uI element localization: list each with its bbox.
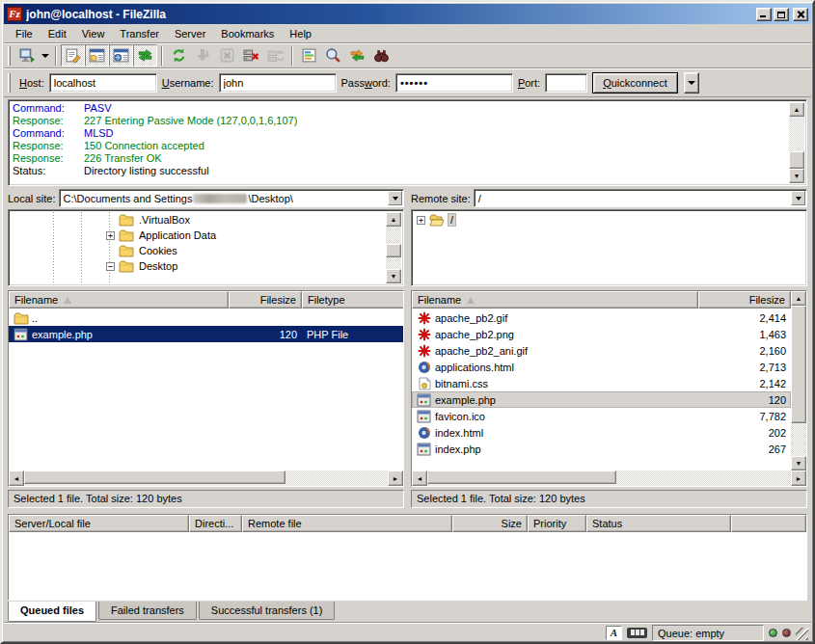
maximize-button[interactable] (774, 8, 789, 21)
tree-expander[interactable]: − (105, 262, 116, 271)
file-row[interactable]: favicon.ico7,782 (412, 408, 791, 424)
speed-limits-icon[interactable] (627, 628, 647, 638)
toggle-remote-tree-button[interactable] (109, 44, 133, 67)
minimize-button[interactable] (756, 8, 772, 21)
toggle-transfer-queue-button[interactable] (133, 44, 157, 67)
local-list-hscrollbar[interactable]: ◄ ► (9, 470, 403, 486)
scroll-thumb[interactable] (789, 151, 804, 169)
expander-plus-icon[interactable]: + (417, 216, 425, 225)
scroll-right-button[interactable]: ► (791, 470, 806, 486)
queue-column-header-remote-file[interactable]: Remote file (242, 515, 452, 532)
local-tree-scrollbar[interactable]: ▲ ▼ (386, 212, 401, 283)
find-files-button[interactable] (369, 44, 394, 67)
menu-view[interactable]: View (74, 26, 113, 41)
password-input[interactable] (395, 73, 513, 93)
tree-item[interactable]: +/ (412, 212, 806, 228)
scroll-up-button[interactable]: ▲ (791, 291, 806, 306)
disconnect-button[interactable] (239, 44, 263, 67)
scroll-thumb[interactable] (24, 470, 285, 484)
scroll-thumb[interactable] (791, 306, 806, 423)
file-name-cell: bitnami.css (412, 377, 698, 390)
column-header-filename[interactable]: Filename (412, 291, 698, 309)
scroll-thumb[interactable] (427, 470, 616, 484)
host-input[interactable] (49, 73, 157, 93)
remote-path: / (478, 193, 481, 204)
menu-edit[interactable]: Edit (41, 26, 74, 41)
local-site-dropdown-button[interactable] (388, 191, 402, 205)
column-header-filesize[interactable]: Filesize (698, 291, 791, 309)
file-row[interactable]: .. (9, 309, 403, 326)
tab-failed-transfers[interactable]: Failed transfers (98, 602, 197, 620)
expander-minus-icon[interactable]: − (106, 262, 115, 271)
queue-column-header-priority[interactable]: Priority (528, 515, 586, 532)
local-selection-status: Selected 1 file. Total size: 120 bytes (8, 490, 404, 508)
remote-site-dropdown-button[interactable] (791, 191, 805, 205)
menu-transfer[interactable]: Transfer (112, 26, 167, 41)
scroll-thumb[interactable] (386, 244, 401, 257)
tab-successful-transfers-1-[interactable]: Successful transfers (1) (199, 602, 336, 620)
remote-list-hscrollbar[interactable]: ◄ ► (412, 470, 806, 486)
scroll-left-button[interactable]: ◄ (412, 470, 427, 486)
queue-column-header-directi-[interactable]: Directi... (189, 515, 242, 532)
tree-item[interactable]: −Desktop (9, 258, 403, 274)
site-manager-button[interactable] (14, 44, 39, 67)
file-row[interactable]: index.html202 (412, 424, 791, 441)
scroll-track[interactable] (386, 227, 401, 269)
remote-site-combo[interactable]: / (474, 189, 807, 207)
directory-comparison-icon (325, 47, 341, 64)
scroll-up-button[interactable]: ▲ (386, 212, 401, 227)
scroll-down-button[interactable]: ▼ (791, 456, 806, 470)
file-row[interactable]: bitnami.css2,142 (412, 375, 791, 391)
quickconnect-dropdown-button[interactable] (684, 72, 699, 94)
file-row[interactable]: apache_pb2.png1,463 (412, 326, 791, 342)
scroll-track[interactable] (427, 470, 791, 486)
site-manager-dropdown-button[interactable] (39, 44, 51, 67)
column-header-filesize[interactable]: Filesize (229, 291, 302, 309)
directory-comparison-button[interactable] (321, 44, 345, 67)
username-input[interactable] (219, 73, 337, 93)
menu-bookmarks[interactable]: Bookmarks (213, 26, 282, 41)
scroll-up-button[interactable]: ▲ (789, 102, 804, 117)
expander-plus-icon[interactable]: + (106, 231, 115, 240)
toggle-message-log-button[interactable] (61, 44, 85, 67)
toggle-local-tree-button[interactable] (85, 44, 109, 67)
tree-item[interactable]: Cookies (9, 243, 403, 258)
tree-item[interactable]: .VirtualBox (9, 212, 403, 228)
queue-column-header-size[interactable]: Size (452, 515, 528, 532)
menu-file[interactable]: File (8, 26, 41, 41)
file-row[interactable]: example.php120PHP File1 (9, 326, 403, 342)
file-row[interactable]: applications.html2,713 (412, 359, 791, 375)
scroll-down-button[interactable]: ▼ (386, 269, 401, 283)
tree-expander[interactable]: + (416, 216, 426, 225)
column-header-filetype[interactable]: Filetype (302, 291, 403, 309)
scroll-down-button[interactable]: ▼ (789, 169, 804, 183)
scroll-right-button[interactable]: ► (388, 470, 403, 486)
queue-column-header-server-local-file[interactable]: Server/Local file (9, 515, 189, 532)
quickconnect-button[interactable]: Quickconnect (592, 72, 678, 94)
file-row[interactable]: index.php267 (412, 441, 791, 457)
resize-grip[interactable] (796, 628, 808, 640)
scroll-left-button[interactable]: ◄ (9, 470, 24, 486)
tree-expander[interactable]: + (105, 231, 116, 240)
column-header-filename[interactable]: Filename (9, 291, 229, 309)
local-site-combo[interactable]: C:\Documents and Settings\Desktop\ (59, 189, 404, 207)
scroll-track[interactable] (789, 117, 804, 169)
file-row[interactable]: example.php120 (412, 391, 791, 408)
queue-column-header-status[interactable]: Status (586, 515, 731, 532)
directory-listing-filters-button[interactable] (297, 44, 321, 67)
data-type-indicator-icon[interactable]: A (606, 626, 622, 640)
refresh-button[interactable] (167, 44, 191, 67)
scroll-track[interactable] (791, 306, 806, 456)
file-row[interactable]: apache_pb2_ani.gif2,160 (412, 342, 791, 359)
synchronized-browsing-button[interactable] (345, 44, 369, 67)
tab-queued-files[interactable]: Queued files (8, 602, 96, 622)
tree-item[interactable]: +Application Data (9, 228, 403, 243)
file-row[interactable]: apache_pb2.gif2,414 (412, 309, 791, 326)
log-scrollbar[interactable]: ▲ ▼ (789, 102, 804, 183)
scroll-track[interactable] (24, 470, 388, 486)
menu-help[interactable]: Help (282, 26, 319, 41)
remote-list-scrollbar[interactable]: ▲ ▼ (791, 291, 806, 470)
menu-server[interactable]: Server (167, 26, 213, 41)
close-button[interactable] (793, 8, 808, 21)
port-input[interactable] (545, 73, 587, 93)
